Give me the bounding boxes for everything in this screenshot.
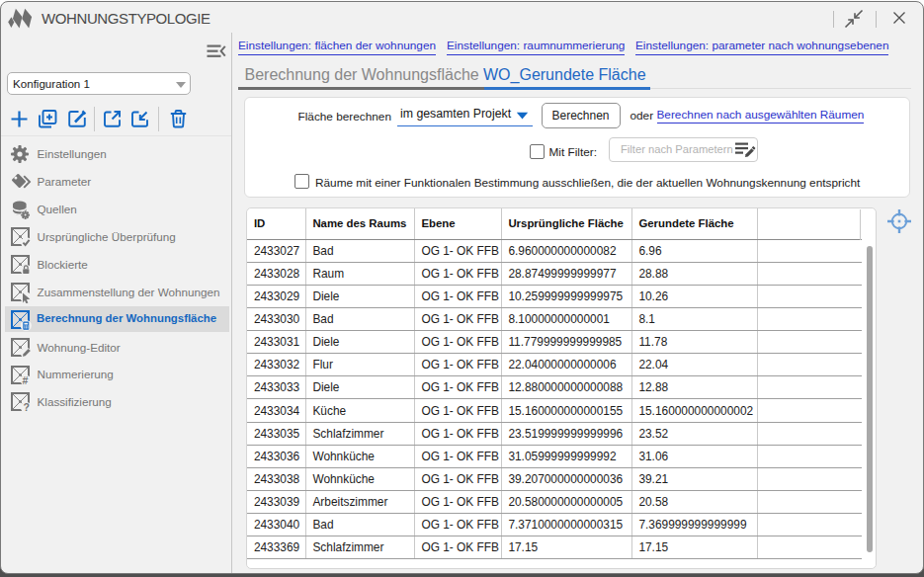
- svg-text:?: ?: [23, 401, 29, 413]
- svg-text:#: #: [23, 374, 29, 386]
